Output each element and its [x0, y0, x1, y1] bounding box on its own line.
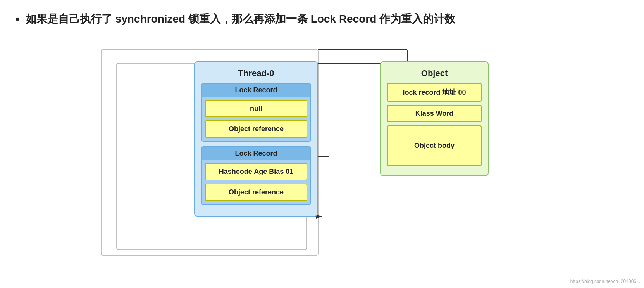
object-body-cell: Object body — [387, 125, 482, 166]
object-box: Object lock record 地址 00 Klass Word Obje… — [380, 61, 489, 176]
object-cell1: lock record 地址 00 — [387, 83, 482, 102]
lock-record-1: Lock Record null Object reference — [201, 83, 311, 142]
lock-record-1-cell2: Object reference — [205, 120, 307, 138]
object-title: Object — [387, 68, 482, 78]
lock-record-2-cell2: Object reference — [205, 184, 307, 201]
thread-box: Thread-0 Lock Record null Object referen… — [194, 61, 318, 217]
watermark: https://blog.csdn.net/cn_201806... — [570, 279, 640, 284]
header: ▪ 如果是自己执行了 synchronized 锁重入，那么再添加一条 Lock… — [15, 12, 629, 26]
diagram-area: Thread-0 Lock Record null Object referen… — [15, 42, 629, 267]
lock-record-2-cell1: Hashcode Age Bias 01 — [205, 163, 307, 180]
page: ▪ 如果是自己执行了 synchronized 锁重入，那么再添加一条 Lock… — [0, 0, 644, 288]
lock-record-2-title: Lock Record — [202, 147, 310, 160]
bullet: ▪ — [15, 13, 19, 25]
decorative-frames — [15, 42, 629, 267]
lock-record-2: Lock Record Hashcode Age Bias 01 Object … — [201, 146, 311, 205]
header-text: 如果是自己执行了 synchronized 锁重入，那么再添加一条 Lock R… — [26, 12, 455, 26]
lock-record-1-title: Lock Record — [202, 84, 310, 97]
thread-title: Thread-0 — [201, 68, 311, 78]
object-cell2: Klass Word — [387, 105, 482, 122]
lock-record-1-cell1: null — [205, 100, 307, 117]
